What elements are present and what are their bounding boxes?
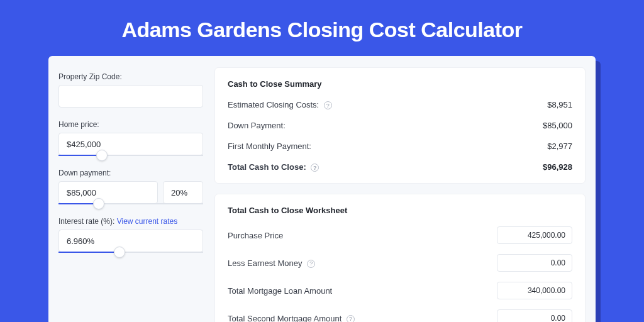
calculator-card: Property Zip Code: Home price: Down paym…: [48, 56, 596, 322]
row-label: Total Mortgage Loan Amount: [228, 286, 332, 296]
summary-row: Estimated Closing Costs: ? $8,951: [228, 100, 572, 109]
zip-input[interactable]: [58, 85, 203, 108]
row-label: Less Earnest Money ?: [228, 258, 315, 268]
row-label: Estimated Closing Costs: ?: [228, 100, 332, 109]
row-label-text: Less Earnest Money: [228, 258, 303, 268]
help-icon[interactable]: ?: [307, 260, 315, 268]
down-payment-field: Down payment:: [58, 169, 203, 204]
row-label: Down Payment:: [228, 121, 286, 130]
inputs-column: Property Zip Code: Home price: Down paym…: [58, 67, 203, 322]
results-column: Cash to Close Summary Estimated Closing …: [214, 67, 586, 322]
zip-field: Property Zip Code:: [58, 72, 203, 108]
mortgage-amount-input[interactable]: [497, 282, 572, 299]
row-value: $2,977: [547, 142, 572, 151]
row-value: $96,928: [543, 162, 572, 172]
purchase-price-input[interactable]: [497, 226, 572, 244]
interest-rate-input[interactable]: [58, 230, 203, 252]
summary-row: First Monthly Payment: $2,977: [228, 142, 572, 151]
row-value: $85,000: [543, 121, 572, 130]
worksheet-row: Total Second Mortgage Amount ?: [228, 309, 572, 322]
summary-panel: Cash to Close Summary Estimated Closing …: [214, 67, 586, 184]
row-label: Total Cash to Close: ?: [228, 162, 319, 172]
home-price-label: Home price:: [58, 120, 203, 129]
second-mortgage-input[interactable]: [497, 309, 572, 322]
slider-fill: [58, 155, 102, 156]
interest-rate-label: Interest rate (%): View current rates: [58, 217, 203, 226]
row-label-text: Total Second Mortgage Amount: [228, 314, 341, 322]
home-price-input[interactable]: [58, 133, 203, 155]
interest-rate-slider[interactable]: [58, 252, 203, 253]
interest-rate-field: Interest rate (%): View current rates: [58, 217, 203, 253]
row-label-text: Total Cash to Close:: [228, 162, 306, 172]
row-label: First Monthly Payment:: [228, 142, 311, 151]
summary-total-row: Total Cash to Close: ? $96,928: [228, 162, 572, 172]
down-payment-slider[interactable]: [58, 203, 203, 204]
worksheet-row: Less Earnest Money ?: [228, 254, 572, 272]
down-payment-pct-input[interactable]: [163, 181, 203, 204]
earnest-money-input[interactable]: [497, 254, 572, 272]
slider-thumb[interactable]: [96, 150, 108, 161]
calculator-card-wrap: Property Zip Code: Home price: Down paym…: [48, 56, 596, 322]
row-label-text: Estimated Closing Costs:: [228, 100, 319, 109]
slider-fill: [58, 252, 119, 253]
worksheet-heading: Total Cash to Close Worksheet: [228, 206, 572, 215]
summary-heading: Cash to Close Summary: [228, 79, 572, 89]
summary-row: Down Payment: $85,000: [228, 121, 572, 130]
down-payment-label: Down payment:: [58, 169, 203, 177]
row-label: Purchase Price: [228, 231, 283, 240]
slider-thumb[interactable]: [93, 198, 104, 209]
worksheet-panel: Total Cash to Close Worksheet Purchase P…: [214, 194, 586, 322]
worksheet-row: Purchase Price: [228, 226, 572, 244]
home-price-slider[interactable]: [58, 155, 203, 156]
down-payment-input[interactable]: [58, 181, 158, 204]
slider-thumb[interactable]: [114, 247, 125, 258]
row-label: Total Second Mortgage Amount ?: [228, 314, 355, 322]
view-rates-link[interactable]: View current rates: [117, 217, 178, 226]
home-price-field: Home price:: [58, 120, 203, 156]
worksheet-row: Total Mortgage Loan Amount: [228, 282, 572, 299]
rate-label-text: Interest rate (%):: [58, 217, 114, 226]
help-icon[interactable]: ?: [311, 164, 319, 172]
row-value: $8,951: [547, 100, 572, 109]
page-title: Adams Gardens Closing Cost Calculator: [0, 0, 644, 56]
zip-label: Property Zip Code:: [58, 72, 203, 81]
help-icon[interactable]: ?: [347, 315, 355, 322]
help-icon[interactable]: ?: [324, 101, 332, 109]
